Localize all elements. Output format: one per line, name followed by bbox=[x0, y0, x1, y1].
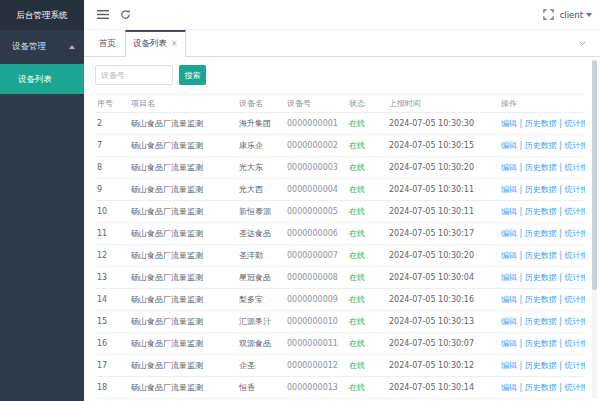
device-number-input[interactable] bbox=[95, 65, 173, 85]
table-row: 15 砀山食品厂流量监测 汇源果汁 0000000010 在线 2024-07-… bbox=[95, 311, 585, 333]
sidebar-toggle-icon[interactable] bbox=[97, 9, 109, 20]
cell-actions: 编辑 | 历史数据 | 统计报表 bbox=[499, 245, 585, 267]
action-link-edit[interactable]: 编辑 bbox=[501, 207, 517, 216]
action-link-stats-report[interactable]: 统计报表 bbox=[565, 361, 585, 370]
action-link-history-data[interactable]: 历史数据 bbox=[525, 207, 557, 216]
action-link-stats-report[interactable]: 统计报表 bbox=[565, 339, 585, 348]
cell-project: 砀山食品厂流量监测 bbox=[129, 289, 237, 311]
cell-device-no: 0000000012 bbox=[285, 355, 347, 377]
cell-device: 光大西 bbox=[237, 179, 285, 201]
fullscreen-icon[interactable] bbox=[543, 9, 554, 20]
cell-project: 砀山食品厂流量监测 bbox=[129, 377, 237, 399]
action-link-edit[interactable]: 编辑 bbox=[501, 229, 517, 238]
sidebar-item-device-management[interactable]: 设备管理 bbox=[0, 30, 84, 64]
cell-device: 圣达食品 bbox=[237, 223, 285, 245]
action-link-stats-report[interactable]: 统计报表 bbox=[565, 207, 585, 216]
action-link-stats-report[interactable]: 统计报表 bbox=[565, 229, 585, 238]
cell-project: 砀山食品厂流量监测 bbox=[129, 113, 237, 135]
cell-status: 在线 bbox=[347, 355, 387, 377]
cell-status: 在线 bbox=[347, 267, 387, 289]
sidebar-item-device-list[interactable]: 设备列表 bbox=[0, 64, 84, 94]
cell-time: 2024-07-05 10:30:30 bbox=[387, 113, 499, 135]
cell-device-no: 0000000006 bbox=[285, 223, 347, 245]
action-link-edit[interactable]: 编辑 bbox=[501, 163, 517, 172]
action-link-edit[interactable]: 编辑 bbox=[501, 317, 517, 326]
action-link-history-data[interactable]: 历史数据 bbox=[525, 229, 557, 238]
action-link-history-data[interactable]: 历史数据 bbox=[525, 185, 557, 194]
cell-actions: 编辑 | 历史数据 | 统计报表 bbox=[499, 267, 585, 289]
cell-actions: 编辑 | 历史数据 | 统计报表 bbox=[499, 113, 585, 135]
cell-status: 在线 bbox=[347, 289, 387, 311]
action-separator: | bbox=[517, 229, 525, 238]
action-separator: | bbox=[557, 229, 565, 238]
refresh-icon[interactable] bbox=[120, 9, 131, 20]
cell-actions: 编辑 | 历史数据 | 统计报表 bbox=[499, 289, 585, 311]
action-link-edit[interactable]: 编辑 bbox=[501, 251, 517, 260]
cell-device: 康乐企 bbox=[237, 135, 285, 157]
chevron-down-icon bbox=[586, 13, 592, 17]
cell-device-no: 0000000008 bbox=[285, 267, 347, 289]
action-link-history-data[interactable]: 历史数据 bbox=[525, 163, 557, 172]
action-separator: | bbox=[557, 141, 565, 150]
app-title: 后台管理系统 bbox=[0, 0, 84, 30]
tab-close-icon[interactable]: × bbox=[171, 39, 178, 48]
action-link-history-data[interactable]: 历史数据 bbox=[525, 141, 557, 150]
action-link-edit[interactable]: 编辑 bbox=[501, 295, 517, 304]
action-link-stats-report[interactable]: 统计报表 bbox=[565, 383, 585, 392]
cell-device: 梨多宝 bbox=[237, 289, 285, 311]
action-link-history-data[interactable]: 历史数据 bbox=[525, 383, 557, 392]
action-link-edit[interactable]: 编辑 bbox=[501, 185, 517, 194]
action-link-edit[interactable]: 编辑 bbox=[501, 339, 517, 348]
action-separator: | bbox=[517, 163, 525, 172]
action-link-history-data[interactable]: 历史数据 bbox=[525, 361, 557, 370]
vertical-scrollbar[interactable] bbox=[592, 60, 597, 399]
action-link-stats-report[interactable]: 统计报表 bbox=[565, 273, 585, 282]
tab-home[interactable]: 首页 bbox=[99, 30, 116, 56]
action-link-history-data[interactable]: 历史数据 bbox=[525, 273, 557, 282]
cell-time: 2024-07-05 10:30:17 bbox=[387, 223, 499, 245]
action-separator: | bbox=[517, 383, 525, 392]
action-link-edit[interactable]: 编辑 bbox=[501, 273, 517, 282]
search-button[interactable]: 搜索 bbox=[179, 65, 206, 85]
table-row: 9 砀山食品厂流量监测 光大西 0000000004 在线 2024-07-05… bbox=[95, 179, 585, 201]
cell-device-no: 0000000002 bbox=[285, 135, 347, 157]
action-link-stats-report[interactable]: 统计报表 bbox=[565, 163, 585, 172]
table-row: 16 砀山食品厂流量监测 双源食品 0000000011 在线 2024-07-… bbox=[95, 333, 585, 355]
cell-no: 16 bbox=[95, 333, 129, 355]
cell-no: 10 bbox=[95, 201, 129, 223]
action-link-edit[interactable]: 编辑 bbox=[501, 141, 517, 150]
col-header-time: 上报时间 bbox=[387, 95, 499, 113]
action-link-history-data[interactable]: 历史数据 bbox=[525, 339, 557, 348]
cell-project: 砀山食品厂流量监测 bbox=[129, 179, 237, 201]
cell-no: 17 bbox=[95, 355, 129, 377]
tab-device-list[interactable]: 设备列表× bbox=[125, 30, 186, 57]
cell-actions: 编辑 | 历史数据 | 统计报表 bbox=[499, 201, 585, 223]
action-link-stats-report[interactable]: 统计报表 bbox=[565, 251, 585, 260]
col-header-device: 设备名 bbox=[237, 95, 285, 113]
action-separator: | bbox=[557, 339, 565, 348]
cell-status: 在线 bbox=[347, 245, 387, 267]
user-dropdown[interactable]: client bbox=[560, 0, 592, 30]
action-link-history-data[interactable]: 历史数据 bbox=[525, 295, 557, 304]
action-link-history-data[interactable]: 历史数据 bbox=[525, 119, 557, 128]
action-link-history-data[interactable]: 历史数据 bbox=[525, 251, 557, 260]
cell-no: 18 bbox=[95, 377, 129, 399]
action-link-stats-report[interactable]: 统计报表 bbox=[565, 141, 585, 150]
action-link-stats-report[interactable]: 统计报表 bbox=[565, 295, 585, 304]
sidebar: 后台管理系统 设备管理 设备列表 bbox=[0, 0, 84, 401]
action-link-edit[interactable]: 编辑 bbox=[501, 383, 517, 392]
action-link-edit[interactable]: 编辑 bbox=[501, 119, 517, 128]
action-link-edit[interactable]: 编辑 bbox=[501, 361, 517, 370]
scrollbar-thumb[interactable] bbox=[592, 60, 597, 290]
sidebar-item-label: 设备管理 bbox=[12, 41, 46, 53]
action-link-stats-report[interactable]: 统计报表 bbox=[565, 317, 585, 326]
action-link-stats-report[interactable]: 统计报表 bbox=[565, 185, 585, 194]
action-link-history-data[interactable]: 历史数据 bbox=[525, 317, 557, 326]
cell-device: 光大东 bbox=[237, 157, 285, 179]
action-separator: | bbox=[517, 295, 525, 304]
cell-device: 双源食品 bbox=[237, 333, 285, 355]
action-separator: | bbox=[517, 119, 525, 128]
tabs-chevron-down-icon[interactable] bbox=[578, 39, 587, 48]
cell-no: 15 bbox=[95, 311, 129, 333]
action-link-stats-report[interactable]: 统计报表 bbox=[565, 119, 585, 128]
